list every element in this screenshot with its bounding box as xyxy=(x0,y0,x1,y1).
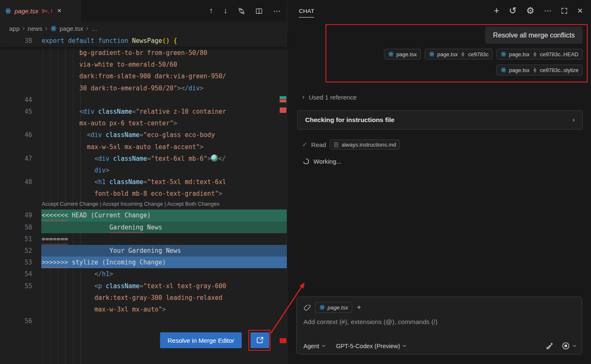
code-line-45[interactable]: 45 <div className="relative z-10 contain… xyxy=(0,106,287,117)
resolve-with-copilot-button[interactable] xyxy=(250,332,269,348)
open-changes-icon[interactable] xyxy=(238,7,245,15)
code-line-wrap[interactable]: max-w-3xl mx-auto"> xyxy=(0,304,287,315)
tab-chat[interactable]: CHAT xyxy=(299,0,314,22)
code-line-51[interactable]: 51======= xyxy=(0,233,287,245)
code-line-wrap[interactable]: bg-gradient-to-br from-green-50/80 xyxy=(0,47,287,59)
code-line-wrap[interactable]: mx-auto px-6 text-center"> xyxy=(0,117,287,129)
breadcrumb-item-[interactable]: … xyxy=(91,25,98,32)
react-icon xyxy=(5,8,11,14)
gutter xyxy=(0,199,41,209)
chat-input-box[interactable]: page.tsx + Agent GPT-5-Codex (Preview) xyxy=(296,297,582,354)
chip-git-ref: ce9783c..stylize xyxy=(540,67,579,73)
more-actions-icon[interactable]: ⋯ xyxy=(544,6,551,15)
history-icon[interactable]: ↺ xyxy=(509,5,516,16)
code-line-content: div> xyxy=(41,165,287,176)
model-dropdown[interactable]: GPT-5-Codex (Preview) xyxy=(336,343,407,349)
code-line-54[interactable]: 54 </h1> xyxy=(0,268,287,280)
breadcrumb-item-news[interactable]: news xyxy=(28,25,42,32)
code-line-44[interactable]: 44 xyxy=(0,94,287,106)
tools-warning-icon[interactable] xyxy=(546,342,553,350)
code-token xyxy=(42,108,79,115)
code-line-wrap[interactable]: via-white to-emerald-50/60 xyxy=(0,59,287,70)
code-token: </ xyxy=(94,270,102,278)
code-line-47[interactable]: 47 <div className="text-6xl mb-6">🌍</ xyxy=(0,153,287,165)
instructions-file-chip[interactable]: always.instructions.md xyxy=(330,140,400,150)
mode-dropdown[interactable]: Agent xyxy=(303,343,326,349)
accept-both-changes-link[interactable]: Accept Both Changes xyxy=(167,201,220,207)
add-context-icon[interactable]: + xyxy=(357,303,361,312)
code-line-56[interactable]: 56 xyxy=(0,315,287,327)
code-line-content: max-w-5xl mx-auto leaf-accent"> xyxy=(41,141,287,153)
gear-icon[interactable]: ⚙ xyxy=(526,5,534,16)
code-line-46[interactable]: 46 <div className="eco-glass eco-body xyxy=(0,129,287,141)
breadcrumb-item-page-tsx[interactable]: page.tsx xyxy=(60,25,83,32)
code-line-50[interactable]: 50 Gardening News xyxy=(0,222,287,233)
code-line-wrap[interactable]: font-bold mb-8 eco-text-gradient"> xyxy=(0,188,287,199)
context-chip[interactable]: page.tsxce9783c xyxy=(425,49,493,60)
code-line-content: >>>>>>> stylize (Incoming Change) xyxy=(41,257,287,268)
close-panel-icon[interactable]: × xyxy=(577,5,583,16)
context-chip-row: page.tsxce9783c..stylize xyxy=(297,65,583,75)
codelens-row: Accept Current Change | Accept Incoming … xyxy=(0,199,287,209)
line-number xyxy=(0,165,41,176)
code-line-48[interactable]: 48 <h1 className="text-5xl md:text-6xl xyxy=(0,176,287,188)
next-change-button[interactable]: ↓ xyxy=(224,6,228,15)
maximize-icon[interactable] xyxy=(561,7,568,14)
context-chip[interactable]: page.tsxce9783c..HEAD xyxy=(496,49,583,60)
context-chip[interactable]: page.tsx xyxy=(384,49,421,60)
react-icon xyxy=(388,51,394,57)
code-line-49[interactable]: 49<<<<<<< HEAD (Current Change) xyxy=(0,209,287,221)
instructions-status-panel[interactable]: Checking for instructions file › xyxy=(297,110,583,130)
close-tab-button[interactable]: × xyxy=(57,7,61,15)
used-references-toggle[interactable]: › Used 1 reference xyxy=(302,93,583,101)
code-token: "text-6xl mb-6" xyxy=(151,155,207,162)
sticky-scroll-line[interactable]: 38 export default function NewsPage() { xyxy=(0,35,287,47)
line-number: 50 xyxy=(0,222,41,233)
breadcrumb-item-app[interactable]: app xyxy=(9,25,20,32)
code-token: () xyxy=(162,37,170,45)
split-editor-icon[interactable] xyxy=(255,7,263,15)
code-line-wrap[interactable]: dark:from-slate-900 dark:via-green-950/ xyxy=(0,70,287,82)
code-token: dark:from-slate-900 dark:via-green-950/ xyxy=(42,72,226,80)
line-number xyxy=(0,59,41,70)
context-chip-row: page.tsxpage.tsxce9783cpage.tsxce9783c..… xyxy=(297,49,583,60)
line-number xyxy=(0,292,41,304)
line-number: 45 xyxy=(0,106,41,117)
code-token: div xyxy=(83,108,94,115)
code-line-53[interactable]: 53>>>>>>> stylize (Incoming Change) xyxy=(0,257,287,268)
tab-page-tsx[interactable]: page.tsx 9+, ! × xyxy=(0,0,82,22)
code-line-wrap[interactable]: 30 dark:to-emerald-950/20"></div> xyxy=(0,82,287,94)
used-references-label: Used 1 reference xyxy=(309,94,357,101)
code-line-wrap[interactable]: max-w-5xl mx-auto leaf-accent"> xyxy=(0,141,287,153)
overview-ruler-mark xyxy=(280,96,286,99)
code-line-content: <p className="text-xl text-gray-600 xyxy=(41,280,287,292)
status-panel-label: Checking for instructions file xyxy=(305,116,394,124)
previous-change-button[interactable]: ↑ xyxy=(209,6,213,15)
code-area[interactable]: bg-gradient-to-br from-green-50/80 via-w… xyxy=(0,47,287,364)
overview-ruler-mark xyxy=(280,107,286,113)
code-line-content xyxy=(41,94,287,106)
code-line-wrap[interactable]: div> xyxy=(0,165,287,176)
chevron-down-icon[interactable] xyxy=(572,344,577,348)
context-chip[interactable]: page.tsxce9783c..stylize xyxy=(496,65,583,75)
stop-request-icon[interactable] xyxy=(562,342,570,350)
line-number: 54 xyxy=(0,268,41,280)
editor-more-actions-button[interactable]: ⋯ xyxy=(273,6,281,16)
code-line-55[interactable]: 55 <p className="text-xl text-gray-600 xyxy=(0,280,287,292)
accept-current-change-link[interactable]: Accept Current Change xyxy=(42,201,98,207)
code-token xyxy=(106,178,110,186)
chevron-right-icon: › xyxy=(302,93,305,101)
new-chat-button[interactable]: + xyxy=(494,5,499,16)
paperclip-icon[interactable] xyxy=(303,304,311,311)
code-line-wrap[interactable]: dark:text-gray-300 leading-relaxed xyxy=(0,292,287,304)
editor-pane: page.tsx 9+, ! × ↑ ↓ ⋯ app›news›page.tsx… xyxy=(0,0,287,364)
context-chip[interactable]: page.tsx xyxy=(315,302,352,313)
resolve-in-merge-editor-button[interactable]: Resolve in Merge Editor xyxy=(160,332,242,348)
code-line-52[interactable]: 52 Your Gardening News xyxy=(0,245,287,257)
accept-incoming-change-link[interactable]: Accept Incoming Change xyxy=(103,201,163,207)
git-commit-icon xyxy=(532,52,538,57)
chat-input[interactable] xyxy=(303,318,575,326)
codelens-actions: Accept Current Change | Accept Incoming … xyxy=(41,199,287,209)
code-line-content: font-bold mb-8 eco-text-gradient"> xyxy=(41,188,287,199)
chevron-right-icon: › xyxy=(45,25,47,32)
